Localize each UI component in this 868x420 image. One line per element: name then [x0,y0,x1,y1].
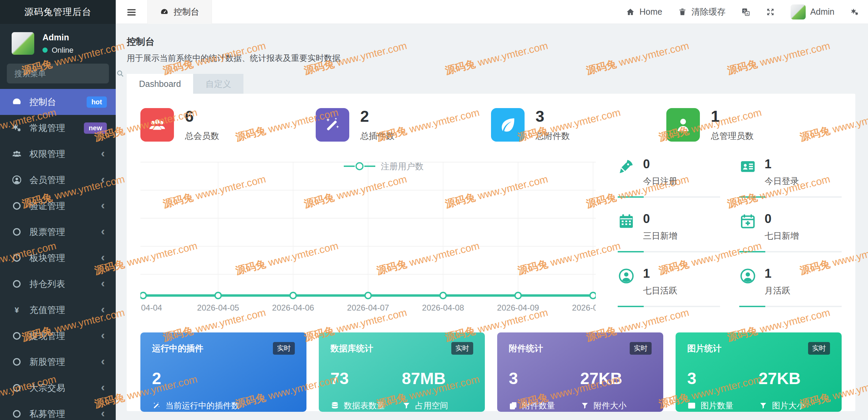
metric-value: 87MB [402,369,474,388]
user-menu[interactable]: Admin [791,4,834,19]
metric-value: 3 [509,369,580,388]
chevron-left-icon: ‹ [101,199,105,211]
person-icon [666,108,700,142]
svg-text:¥: ¥ [15,306,19,314]
settings-button[interactable] [850,8,859,16]
quick-stat-value: 1 [765,267,790,280]
chevron-left-icon: ‹ [101,173,105,185]
user-circle-icon [618,267,635,285]
sidebar-item-withdraw[interactable]: 提现管理‹ [0,323,116,349]
home-link[interactable]: Home [626,7,662,17]
quick-stat-value: 0 [765,213,799,225]
leaf-icon [491,108,525,142]
gauge-icon [160,8,169,16]
card-image-stats: 图片统计实时3图片数量27KB图片大小 [676,332,842,412]
registered-users-chart: 注册用户数04-042026-04-052026-04-062026-04-07… [140,156,596,317]
stat-total-plugins: 2总插件数 [316,108,491,142]
circle-icon [12,279,22,289]
quick-stat-label: 月活跃 [765,285,790,296]
metric-value: 73 [330,369,402,388]
progress-divider [739,196,842,198]
avatar [12,32,34,55]
chevron-left-icon: ‹ [101,381,105,393]
metric-label: 数据表数量 [344,400,385,411]
menu-search[interactable] [7,64,109,83]
tab-custom[interactable]: 自定义 [193,74,243,94]
search-input[interactable] [14,69,116,78]
metric-label: 占用空间 [415,400,448,411]
tab-console[interactable]: 控制台 [147,0,212,24]
card-title: 数据库统计 [330,343,373,354]
card-title: 附件统计 [509,343,543,354]
sidebar-item-general[interactable]: 常规管理new [0,115,116,141]
cards-row: 运行中的插件实时2当前运行中的插件数数据库统计实时73数据表数量87MB占用空间… [140,332,842,412]
fullscreen-button[interactable] [766,8,775,16]
stat-value: 6 [185,108,219,124]
stat-label: 总附件数 [536,130,570,142]
chevron-left-icon: ‹ [101,251,105,263]
quick-stat-month-active: 1月活跃 [739,267,842,307]
tab-dashboard[interactable]: Dashboard [127,74,193,94]
users-icon [12,149,22,159]
menu-toggle-icon[interactable] [116,7,147,17]
user-status: Online [42,46,74,55]
search-icon[interactable] [116,69,125,78]
sidebar-item-label: 持仓列表 [29,278,65,290]
metric-value: 3 [687,369,759,388]
quick-stat-label: 七日新增 [765,230,799,241]
sidebar-item-label: 控制台 [29,96,56,108]
card-database-stats: 数据库统计实时73数据表数量87MB占用空间 [319,332,485,412]
stat-label: 总会员数 [185,130,219,142]
sidebar-item-label: 充值管理 [29,304,65,316]
metric-label: 当前运行中的插件数 [165,400,239,411]
quick-stat-today-login: 1今日登录 [739,158,842,198]
sidebar-item-label: 私募管理 [29,408,65,420]
svg-text:2026-04-10: 2026-04-10 [572,303,596,312]
user-circle-icon [12,175,22,185]
metric-value: 27KB [759,369,830,388]
metric-label: 图片大小 [772,400,805,411]
copy-icon [509,401,518,410]
sidebar-item-block-trade[interactable]: 大宗交易‹ [0,375,116,401]
sidebar-item-new-stock[interactable]: 新股管理‹ [0,349,116,375]
sidebar-item-member[interactable]: 会员管理‹ [0,167,116,193]
quick-stat-label: 今日登录 [765,175,799,187]
card-title: 图片统计 [687,343,721,354]
page-title: 控制台 [127,36,855,48]
svg-text:A: A [746,12,749,15]
dashboard-panel: 6总会员数2总插件数3总附件数1总管理员数 注册用户数04-042026-04-… [127,94,855,411]
clear-cache-button[interactable]: 清除缓存 [678,6,726,17]
calendar-icon [618,213,635,230]
quick-stat-today-registered: 0今日注册 [618,158,720,198]
progress-divider [618,306,720,307]
stat-value: 3 [536,108,570,124]
stats-row: 6总会员数2总插件数3总附件数1总管理员数 [140,108,842,142]
sidebar-item-position[interactable]: 持仓列表‹ [0,271,116,297]
sidebar-item-stock[interactable]: 股票管理‹ [0,219,116,245]
chevron-left-icon: ‹ [101,147,105,159]
stat-total-attachments: 3总附件数 [491,108,666,142]
sidebar-item-console[interactable]: 控制台hot [0,89,116,115]
svg-text:2026-04-08: 2026-04-08 [422,303,464,312]
tab-console-label: 控制台 [174,6,199,17]
progress-divider [739,306,842,307]
sidebar-item-auth[interactable]: 权限管理‹ [0,141,116,167]
stat-value: 2 [360,108,394,124]
quick-stat-label: 三日新增 [643,230,677,241]
circle-icon [12,227,22,237]
quick-stat-label: 七日活跃 [643,285,677,296]
sidebar-menu: 控制台hot常规管理new权限管理‹会员管理‹验证管理‹股票管理‹板块管理‹持仓… [0,89,116,420]
home-icon [626,8,635,16]
trash-icon [678,8,687,16]
chevron-left-icon: ‹ [101,355,105,367]
sidebar-item-private-fund[interactable]: 私募管理‹ [0,401,116,420]
sidebar-item-verify[interactable]: 验证管理‹ [0,193,116,219]
circle-icon [12,357,22,367]
sidebar-item-plate[interactable]: 板块管理‹ [0,245,116,271]
sidebar-item-recharge[interactable]: ¥充值管理‹ [0,297,116,323]
user-circle-icon [739,267,756,285]
quick-stat-three-day-new: 0三日新增 [618,213,720,252]
clear-cache-button-label: 清除缓存 [691,6,726,17]
metric-value: 27KB [580,369,652,388]
language-button[interactable]: 文A [741,8,750,16]
